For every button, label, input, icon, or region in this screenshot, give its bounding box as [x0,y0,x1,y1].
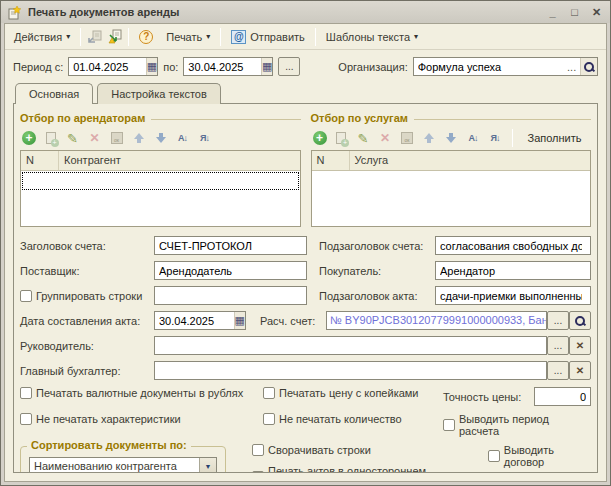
minimize-button[interactable]: _ [545,5,560,19]
calendar-icon[interactable]: ▦ [234,312,245,329]
print-price-kopecks-checkbox[interactable] [263,387,275,399]
move-up-icon[interactable] [131,131,146,146]
tab-text-settings[interactable]: Настройка текстов [97,83,221,104]
window-titlebar[interactable]: Печать документов аренды _ □ ✕ [1,1,610,23]
chief-accountant-label: Главный бухгалтер: [20,365,154,377]
edit-icon[interactable]: ✎ [65,131,80,146]
sort-groupbox: Сортировать документы по: Наименованию к… [20,446,226,473]
help-icon: ? [139,30,153,44]
window-title: Печать документов аренды [28,6,545,18]
services-table-body[interactable] [312,171,591,226]
tenants-panel: Отбор по арендаторам + + ✎ ✕ ок А↓ Я↓ [20,110,301,227]
account-label: Расч. счет: [260,315,326,327]
text-templates-menu-button[interactable]: Шаблоны текста ▾ [321,29,423,45]
print-currency-rub-label: Печатать валютные документы в рублях [36,387,243,399]
actions-menu-button[interactable]: Действия ▾ [9,29,75,45]
toolbar-separator [128,28,129,46]
calendar-icon[interactable]: ▦ [146,58,157,75]
chief-accountant-clear-button[interactable]: ✕ [569,361,591,380]
toolbar-separator [220,28,221,46]
collapse-rows-checkbox[interactable] [252,444,264,456]
chevron-down-icon: ▾ [206,32,210,41]
chief-accountant-select-button[interactable]: ... [547,361,569,380]
end-edit-icon[interactable]: ок [109,131,124,146]
delete-icon[interactable]: ✕ [87,131,102,146]
show-contract-label: Выводить договор [504,444,591,468]
search-icon[interactable] [580,58,597,75]
ellipsis-icon[interactable]: ... [563,58,580,75]
chief-accountant-input[interactable] [155,362,305,379]
account-search-button[interactable] [569,311,591,330]
tab-main[interactable]: Основная [15,83,93,104]
manager-clear-button[interactable]: ✕ [569,336,591,355]
act-date-input[interactable] [155,312,234,329]
price-precision-input[interactable] [535,388,590,405]
sort-asc-icon[interactable]: А↓ [466,131,481,146]
sort-asc-icon[interactable]: А↓ [175,131,190,146]
organization-input[interactable] [414,58,563,75]
calendar-icon[interactable]: ▦ [261,58,272,75]
email-at-icon: @ [231,30,246,44]
column-header-counterparty: Контрагент [59,151,126,170]
toolbar-separator [512,129,513,147]
print-price-kopecks-label: Печатать цену с копейками [279,387,419,399]
sort-by-select[interactable]: Наименованию контрагента ▼ [29,457,217,473]
help-button[interactable]: ? [134,28,158,46]
act-subtitle-input[interactable] [436,287,586,304]
sort-desc-icon[interactable]: Я↓ [197,131,212,146]
services-table-header: N Услуга [312,151,591,171]
no-quantity-checkbox[interactable] [263,413,275,425]
end-edit-icon[interactable]: ок [400,131,415,146]
tab-bar: Основная Настройка текстов [5,82,606,103]
restore-settings-icon[interactable] [86,29,103,45]
invoice-title-input[interactable] [155,237,305,254]
period-from-input[interactable] [69,58,146,75]
add-icon[interactable]: + [313,131,327,145]
delete-icon[interactable]: ✕ [378,131,393,146]
show-contract-checkbox[interactable] [488,450,500,462]
manager-select-button[interactable]: ... [547,336,569,355]
close-button[interactable]: ✕ [589,5,604,19]
save-settings-icon[interactable] [106,29,123,45]
move-down-icon[interactable] [153,131,168,146]
send-button[interactable]: @ Отправить [226,28,310,46]
divider [151,119,300,120]
one-sided-acts-checkbox[interactable] [252,471,264,473]
fill-button[interactable]: Заполнить [522,130,588,146]
period-to-input[interactable] [184,58,261,75]
services-panel: Отбор по услугам + + ✎ ✕ ок А↓ Я↓ [311,110,592,227]
services-table[interactable]: N Услуга [311,150,592,227]
account-select-button[interactable]: ... [547,311,569,330]
sort-desc-icon[interactable]: Я↓ [488,131,503,146]
print-menu-button[interactable]: Печать ▾ [161,29,215,45]
invoice-title-label: Заголовок счета: [20,240,154,252]
toolbar-separator [80,28,81,46]
group-rows-checkbox[interactable] [20,290,32,302]
act-date-label: Дата составления акта: [20,315,154,327]
group-rows-label: Группировать строки [36,290,142,302]
group-rows-input[interactable] [155,287,305,304]
no-characteristics-checkbox[interactable] [20,413,32,425]
move-up-icon[interactable] [422,131,437,146]
show-period-checkbox[interactable] [443,419,455,431]
move-down-icon[interactable] [444,131,459,146]
edit-icon[interactable]: ✎ [356,131,371,146]
supplier-input[interactable] [155,262,305,279]
copy-icon[interactable]: + [43,131,58,146]
copy-icon[interactable]: + [334,131,349,146]
manager-input[interactable] [155,337,305,354]
combo-arrow-icon[interactable]: ▼ [199,458,216,473]
tenants-table-body[interactable] [21,171,300,226]
account-field[interactable]: № BY90PJCB30120779991000000933, Банк: "П… [326,311,547,330]
print-currency-rub-checkbox[interactable] [20,387,32,399]
tenants-panel-title: Отбор по арендаторам [20,112,145,124]
invoice-subtitle-input[interactable] [436,237,586,254]
table-focus-row[interactable] [22,172,299,190]
maximize-button[interactable]: □ [567,5,582,19]
buyer-input[interactable] [436,262,586,279]
tenants-table[interactable]: N Контрагент [20,150,301,227]
show-period-label: Выводить период расчета [459,413,591,437]
services-panel-title: Отбор по услугам [311,112,408,124]
period-select-button[interactable]: ... [278,57,300,76]
add-icon[interactable]: + [22,131,36,145]
